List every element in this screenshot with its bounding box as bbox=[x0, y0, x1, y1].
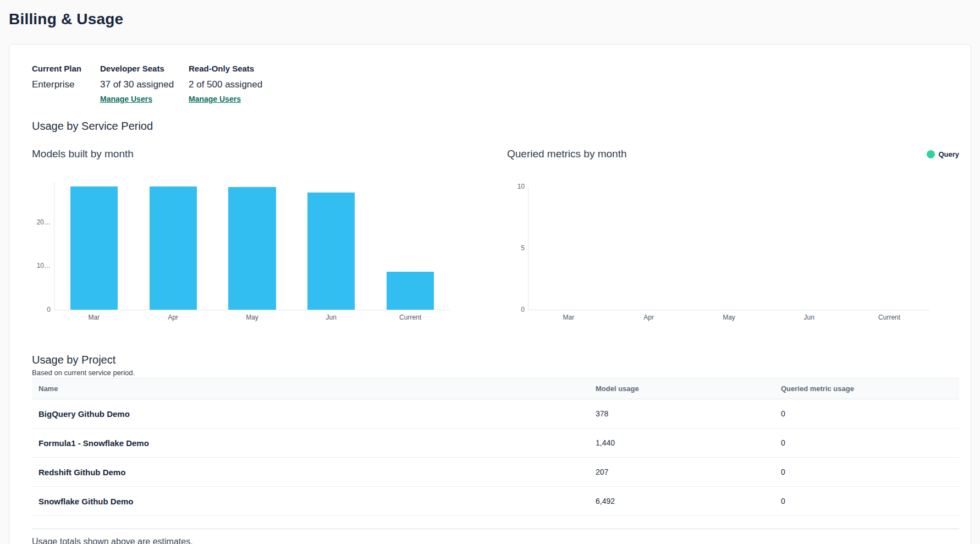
readonly-seats-value: 2 of 500 assigned bbox=[189, 79, 262, 90]
table-row: Snowflake Github Demo6,4920 bbox=[32, 487, 959, 516]
bar-mar bbox=[70, 186, 118, 310]
x-axis-label-current: Current bbox=[399, 314, 421, 321]
model-usage-cell: 1,440 bbox=[589, 428, 774, 458]
queried-metric-usage-cell: 0 bbox=[774, 458, 959, 487]
queried-metrics-chart-panel: Queried metrics by month Query 0510MarAp… bbox=[484, 147, 959, 310]
project-name-cell: BigQuery Github Demo bbox=[32, 399, 589, 428]
y-axis-tick-label: 20… bbox=[37, 219, 51, 226]
x-axis-label-apr: Apr bbox=[168, 314, 178, 321]
manage-developer-users-link[interactable]: Manage Users bbox=[100, 95, 152, 104]
y-axis-tick-label: 0 bbox=[47, 306, 51, 313]
readonly-seats-column: Read-Only Seats 2 of 500 assigned Manage… bbox=[189, 63, 262, 104]
usage-by-project-table: Name Model usage Queried metric usage Bi… bbox=[32, 378, 959, 516]
current-plan-label: Current Plan bbox=[32, 63, 100, 74]
queried-metric-usage-cell: 0 bbox=[774, 399, 959, 428]
column-header-queried-metric-usage: Queried metric usage bbox=[774, 378, 959, 399]
developer-seats-column: Developer Seats 37 of 30 assigned Manage… bbox=[100, 63, 189, 104]
developer-seats-label: Developer Seats bbox=[100, 63, 189, 74]
footer-divider bbox=[32, 529, 959, 529]
x-axis-label-jun: Jun bbox=[326, 314, 337, 321]
query-legend-dot-icon bbox=[927, 150, 935, 158]
model-usage-cell: 6,492 bbox=[589, 487, 774, 516]
y-axis-tick-label: 5 bbox=[521, 245, 525, 251]
usage-by-service-period-heading: Usage by Service Period bbox=[32, 119, 959, 133]
bar-may bbox=[228, 187, 276, 310]
x-axis-label-jun: Jun bbox=[804, 314, 814, 321]
project-name-cell: Snowflake Github Demo bbox=[32, 487, 589, 516]
table-header-row: Name Model usage Queried metric usage bbox=[32, 378, 959, 399]
query-legend: Query bbox=[927, 150, 959, 158]
usage-estimates-footnote: Usage totals shown above are estimates. bbox=[32, 536, 959, 544]
queried-metrics-chart: 0510MarAprMayJunCurrent bbox=[528, 186, 929, 310]
table-row: Redshift Github Demo2070 bbox=[32, 458, 959, 487]
plan-summary: Current Plan Enterprise Developer Seats … bbox=[32, 63, 959, 104]
y-axis-tick-label: 10 bbox=[517, 183, 525, 190]
table-row: Formula1 - Snowflake Demo1,4400 bbox=[32, 428, 959, 458]
usage-by-project-subtitle: Based on current service period. bbox=[32, 369, 959, 377]
column-header-model-usage: Model usage bbox=[589, 378, 774, 399]
x-axis-label-mar: Mar bbox=[89, 314, 100, 321]
table-row: BigQuery Github Demo3780 bbox=[32, 399, 959, 428]
model-usage-cell: 207 bbox=[589, 458, 774, 487]
models-built-chart: 010…20…MarAprMayJunCurrent bbox=[54, 182, 450, 310]
x-axis-label-mar: Mar bbox=[563, 314, 575, 321]
page-title: Billing & Usage bbox=[9, 10, 971, 29]
models-built-chart-header: Models built by month bbox=[32, 147, 484, 161]
y-axis-tick-label: 0 bbox=[521, 306, 525, 313]
charts-row: Models built by month 010…20…MarAprMayJu… bbox=[32, 147, 959, 310]
bar-jun bbox=[307, 193, 355, 310]
column-header-name: Name bbox=[32, 378, 589, 399]
queried-metrics-chart-title: Queried metrics by month bbox=[507, 147, 627, 161]
query-legend-label: Query bbox=[938, 150, 959, 158]
models-built-chart-panel: Models built by month 010…20…MarAprMayJu… bbox=[32, 147, 484, 310]
model-usage-cell: 378 bbox=[589, 399, 774, 428]
project-name-cell: Formula1 - Snowflake Demo bbox=[32, 428, 589, 458]
models-built-chart-title: Models built by month bbox=[32, 147, 134, 161]
readonly-seats-label: Read-Only Seats bbox=[189, 63, 262, 74]
queried-metric-usage-cell: 0 bbox=[774, 487, 959, 516]
billing-usage-page: Billing & Usage Current Plan Enterprise … bbox=[0, 0, 980, 544]
queried-metrics-chart-header: Queried metrics by month Query bbox=[484, 147, 959, 161]
manage-readonly-users-link[interactable]: Manage Users bbox=[189, 95, 241, 104]
x-axis-label-apr: Apr bbox=[643, 314, 654, 321]
current-plan-value: Enterprise bbox=[32, 79, 100, 90]
x-axis-label-may: May bbox=[246, 314, 258, 321]
x-axis-label-may: May bbox=[723, 314, 735, 321]
bar-apr bbox=[150, 186, 197, 310]
developer-seats-value: 37 of 30 assigned bbox=[100, 79, 189, 90]
billing-card: Current Plan Enterprise Developer Seats … bbox=[9, 44, 971, 544]
queried-metric-usage-cell: 0 bbox=[774, 428, 959, 458]
y-axis-tick-label: 10… bbox=[37, 262, 51, 269]
x-axis-label-current: Current bbox=[878, 314, 900, 321]
current-plan-column: Current Plan Enterprise bbox=[32, 63, 100, 104]
bar-current bbox=[387, 272, 434, 310]
project-name-cell: Redshift Github Demo bbox=[32, 458, 589, 487]
usage-by-project-heading: Usage by Project bbox=[32, 353, 959, 367]
